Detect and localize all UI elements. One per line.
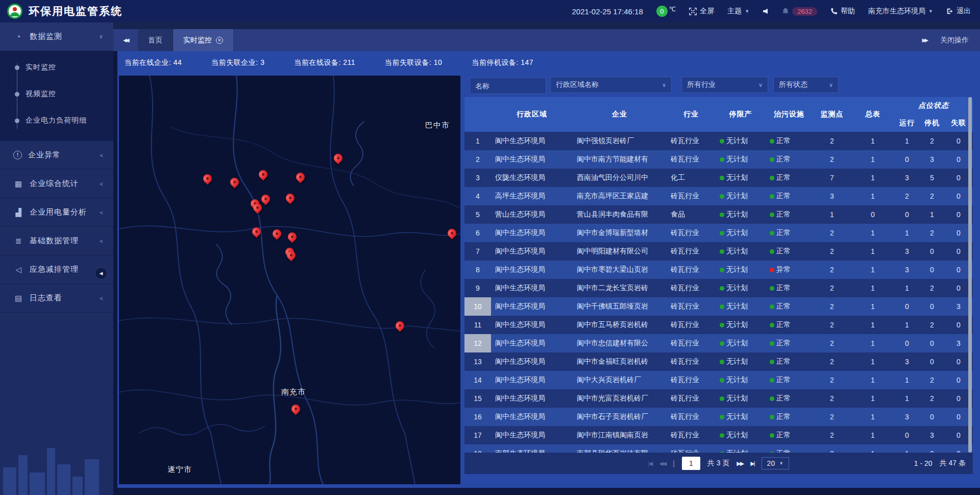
sidebar-subitem[interactable]: 实时监控 xyxy=(0,54,113,81)
theme-dropdown[interactable]: 主题 ▼ xyxy=(727,7,749,16)
tabs-scroll-left-button[interactable]: ◀◀ xyxy=(113,29,138,51)
sidebar-subitem[interactable]: 视频监控 xyxy=(0,81,113,107)
cell-stopped: 0 xyxy=(920,352,944,371)
cell-monitor-points: 2 xyxy=(813,279,851,297)
tab-实时监控[interactable]: 实时监控✕ xyxy=(173,29,234,51)
cell-industry: 砖瓦行业 xyxy=(667,242,716,261)
cell-monitor-points: 2 xyxy=(813,371,851,389)
table-row[interactable]: 13阆中生态环境局阆中市金福旺页岩机砖砖瓦行业无计划正常21300 xyxy=(464,352,973,371)
table-row[interactable]: 18南部生态环境局南部县瑞华页岩砖有限砖瓦行业无计划正常21120 xyxy=(464,444,973,453)
help-button[interactable]: 帮助 xyxy=(830,7,855,16)
next-page-button[interactable]: ▶▶ xyxy=(737,460,743,467)
table-row[interactable]: 5营山生态环境局营山县润丰肉食品有限食品无计划正常10010 xyxy=(464,205,973,224)
status-select[interactable]: 所有状态 ∨ xyxy=(773,77,839,93)
table-row[interactable]: 17阆中生态环境局阆中市江南镇阆南页岩砖瓦行业无计划正常21030 xyxy=(464,426,973,444)
table-row[interactable]: 14阆中生态环境局阆中大兴页岩机砖厂砖瓦行业无计划正常21120 xyxy=(464,371,973,389)
name-search-input[interactable] xyxy=(470,78,546,94)
cell-total-meters: 1 xyxy=(851,242,894,261)
cell-rowno: 6 xyxy=(464,224,491,242)
temperature-widget: 0 ℃ xyxy=(656,6,676,17)
cell-rowno: 15 xyxy=(464,389,491,408)
cell-rowno: 17 xyxy=(464,426,491,444)
cell-monitor-points: 2 xyxy=(813,352,851,371)
phone-icon xyxy=(830,8,838,15)
table-row[interactable]: 3仪陇生态环境局西南油气田分公司川中化工无计划正常71350 xyxy=(464,169,973,187)
table-row[interactable]: 10阆中生态环境局阆中千佛镇五郎垭页岩砖瓦行业无计划正常21003 xyxy=(464,297,973,316)
cell-monitor-points: 2 xyxy=(813,150,851,169)
status-dot-icon xyxy=(720,396,724,401)
cell-limit-status: 无计划 xyxy=(716,371,766,389)
map[interactable]: 巴中市南充市遂宁市 xyxy=(119,76,460,484)
industry-select[interactable]: 所有行业 ∨ xyxy=(681,77,768,93)
table-scrollbar[interactable] xyxy=(968,97,972,453)
notifications[interactable]: 2632 xyxy=(782,7,817,16)
cell-stopped: 2 xyxy=(920,187,944,205)
status-dot-icon xyxy=(770,341,774,346)
cell-industry: 砖瓦行业 xyxy=(667,150,716,169)
sidebar-subitem-label: 实时监控 xyxy=(26,63,56,72)
table-row[interactable]: 8阆中生态环境局阆中市枣碧大梁山页岩砖瓦行业无计划异常21300 xyxy=(464,261,973,279)
status-dot-icon xyxy=(770,249,774,254)
total-pages-label: 共 3 页 xyxy=(707,459,730,468)
column-header-1: 行政区域 xyxy=(491,97,573,132)
sidebar-item-5[interactable]: ≣基础数据管理< xyxy=(0,227,113,255)
close-operations-button[interactable]: 关闭操作 xyxy=(940,36,969,45)
cell-limit-status: 无计划 xyxy=(716,444,766,453)
sidebar-collapse-button[interactable]: ◀ xyxy=(95,267,107,279)
cell-industry: 砖瓦行业 xyxy=(667,389,716,408)
page-size-select[interactable]: 20 ▼ xyxy=(762,457,790,469)
prev-page-button[interactable]: ◀◀ xyxy=(659,460,666,467)
temperature-unit: ℃ xyxy=(669,6,676,13)
tab-首页[interactable]: 首页 xyxy=(138,29,173,51)
sidebar-item-7[interactable]: ▤日志查看< xyxy=(0,284,113,313)
table-row[interactable]: 4高坪生态环境局南充市高坪区王家店建砖瓦行业无计划正常31220 xyxy=(464,187,973,205)
cell-company: 南部县瑞华页岩砖有限 xyxy=(573,444,667,453)
fullscreen-button[interactable]: 全屏 xyxy=(689,7,714,16)
cell-industry: 砖瓦行业 xyxy=(667,316,716,334)
table-row[interactable]: 15阆中生态环境局阆中市光富页岩机砖厂砖瓦行业无计划正常21120 xyxy=(464,389,973,408)
alert-icon: ! xyxy=(13,151,22,159)
cell-company: 阆中千佛镇五郎垭页岩 xyxy=(573,297,667,316)
org-dropdown[interactable]: 南充市生态环境局 ▼ xyxy=(868,7,933,16)
cell-industry: 食品 xyxy=(667,205,716,224)
table-row[interactable]: 9阆中生态环境局阆中市二龙长宝页岩砖砖瓦行业无计划正常21120 xyxy=(464,279,973,297)
status-dot-icon xyxy=(720,341,724,346)
cell-region: 阆中生态环境局 xyxy=(491,316,573,334)
sidebar-item-3[interactable]: ▦企业综合统计< xyxy=(0,170,113,198)
table-row[interactable]: 1阆中生态环境局阆中强锐页岩砖厂砖瓦行业无计划正常21120 xyxy=(464,132,973,150)
cell-running: 0 xyxy=(894,205,920,224)
logs-icon: ▤ xyxy=(13,294,23,303)
table-row[interactable]: 16阆中生态环境局阆中市石子页岩机砖厂砖瓦行业无计划正常21300 xyxy=(464,408,973,426)
cell-limit-status: 无计划 xyxy=(716,408,766,426)
tabs-scroll-right-button[interactable]: ▶▶ xyxy=(922,37,927,43)
table-row[interactable]: 12阆中生态环境局阆中市忠信建材有限公砖瓦行业无计划正常21003 xyxy=(464,334,973,352)
logout-button[interactable]: 退出 xyxy=(946,7,971,16)
status-dot-icon xyxy=(770,213,774,217)
last-page-button[interactable]: ▶| xyxy=(750,460,754,467)
sidebar-item-4[interactable]: ▟企业用电量分析< xyxy=(0,198,113,227)
table-row[interactable]: 7阆中生态环境局阆中明阳建材有限公司砖瓦行业无计划正常21300 xyxy=(464,242,973,261)
mute-button[interactable] xyxy=(763,8,769,14)
sidebar-item-1[interactable]: ◔数据监测∨ xyxy=(0,22,113,51)
cell-monitor-points: 2 xyxy=(813,408,851,426)
sidebar-subitem[interactable]: 企业电力负荷明细 xyxy=(0,107,113,134)
table-row[interactable]: 6阆中生态环境局阆中市金博瑞新型墙材砖瓦行业无计划正常21120 xyxy=(464,224,973,242)
table-row[interactable]: 2阆中生态环境局阆中市南方节能建材有砖瓦行业无计划正常21030 xyxy=(464,150,973,169)
status-dot-icon xyxy=(720,249,724,254)
status-dot-icon xyxy=(720,323,724,327)
chevron-down-icon: ▼ xyxy=(928,9,933,14)
region-select[interactable]: 行政区域名称 ∨ xyxy=(550,77,672,93)
pagination-bar: |◀ ◀◀ | 共 3 页 ▶▶ ▶| 20 ▼ 1 - 20 共 47 条 xyxy=(464,453,973,474)
stat-item-5: 当前停机设备: 147 xyxy=(472,58,533,67)
cell-region: 阆中生态环境局 xyxy=(491,132,573,150)
cell-monitor-points: 2 xyxy=(813,224,851,242)
sidebar-item-2[interactable]: !企业异常< xyxy=(0,141,113,170)
cell-monitor-points: 2 xyxy=(813,426,851,444)
table-row[interactable]: 11阆中生态环境局阆中市五马桥页岩机砖砖瓦行业无计划正常21120 xyxy=(464,316,973,334)
close-icon[interactable]: ✕ xyxy=(216,37,223,44)
page-number-input[interactable] xyxy=(682,457,700,470)
column-group-point-status: 点位状态 xyxy=(894,97,973,114)
first-page-button[interactable]: |◀ xyxy=(648,460,652,467)
cell-running: 0 xyxy=(894,297,920,316)
cell-stopped: 0 xyxy=(920,408,944,426)
